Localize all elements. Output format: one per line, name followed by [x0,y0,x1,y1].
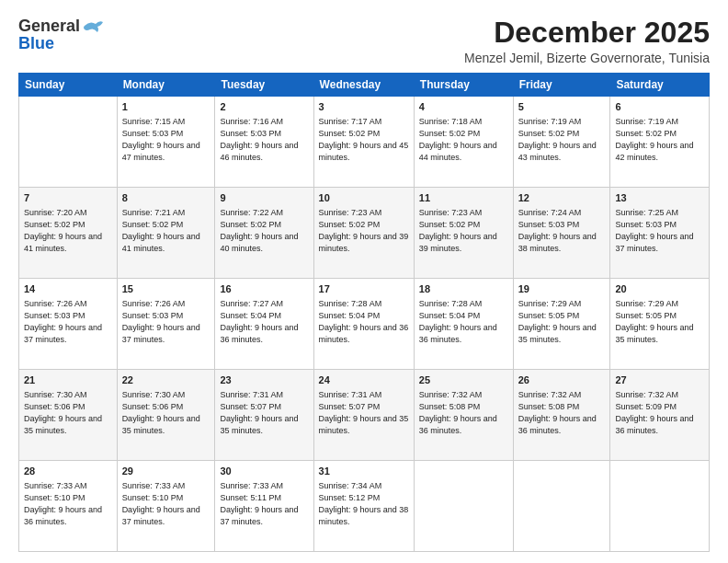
day-number: 13 [615,191,704,206]
sunrise-text: Sunrise: 7:28 AM [319,299,382,308]
sunset-text: Sunset: 5:04 PM [220,311,281,320]
daylight-text: Daylight: 9 hours and 43 minutes. [518,141,597,162]
day-number: 29 [122,465,210,479]
day-number: 21 [24,373,112,388]
sunrise-text: Sunrise: 7:27 AM [220,299,283,308]
day-number: 27 [615,373,704,388]
daylight-text: Daylight: 9 hours and 37 minutes. [220,505,298,526]
calendar-cell: 9Sunrise: 7:22 AMSunset: 5:02 PMDaylight… [215,188,313,279]
day-number: 30 [220,465,308,479]
sunrise-text: Sunrise: 7:19 AM [518,117,582,126]
day-number: 6 [615,100,704,115]
day-number: 4 [419,100,508,115]
daylight-text: Daylight: 9 hours and 35 minutes. [220,414,298,435]
day-number: 26 [518,373,606,388]
header: General Blue December 2025 Menzel Jemil,… [18,17,710,65]
calendar-cell: 31Sunrise: 7:34 AMSunset: 5:12 PMDayligh… [313,461,414,552]
logo-general-text: General [18,17,80,36]
day-number: 5 [518,100,606,115]
daylight-text: Daylight: 9 hours and 41 minutes. [122,232,200,253]
sunset-text: Sunset: 5:07 PM [319,402,381,411]
sunrise-text: Sunrise: 7:23 AM [319,208,382,217]
sunset-text: Sunset: 5:02 PM [419,129,481,138]
calendar-cell: 11Sunrise: 7:23 AMSunset: 5:02 PMDayligh… [414,188,513,279]
sunrise-text: Sunrise: 7:32 AM [518,390,582,399]
sunset-text: Sunset: 5:08 PM [518,402,580,411]
calendar-cell: 26Sunrise: 7:32 AMSunset: 5:08 PMDayligh… [513,370,610,461]
day-number: 7 [24,191,112,206]
sunset-text: Sunset: 5:09 PM [615,402,677,411]
sunset-text: Sunset: 5:12 PM [319,493,381,502]
calendar-cell [414,461,513,552]
calendar-cell: 20Sunrise: 7:29 AMSunset: 5:05 PMDayligh… [610,279,710,370]
day-number: 31 [319,465,409,479]
calendar-table: SundayMondayTuesdayWednesdayThursdayFrid… [18,73,710,552]
calendar-week-row: 7Sunrise: 7:20 AMSunset: 5:02 PMDaylight… [19,188,710,279]
sunset-text: Sunset: 5:03 PM [24,311,85,320]
day-of-week-header: Friday [513,74,610,97]
sunrise-text: Sunrise: 7:28 AM [419,299,483,308]
sunset-text: Sunset: 5:08 PM [419,402,481,411]
sunrise-text: Sunrise: 7:17 AM [319,117,382,126]
sunrise-text: Sunrise: 7:18 AM [419,117,483,126]
sunset-text: Sunset: 5:03 PM [518,220,580,229]
daylight-text: Daylight: 9 hours and 35 minutes. [319,414,409,435]
calendar-cell: 14Sunrise: 7:26 AMSunset: 5:03 PMDayligh… [19,279,118,370]
daylight-text: Daylight: 9 hours and 37 minutes. [615,232,693,253]
sunrise-text: Sunrise: 7:30 AM [24,390,87,399]
logo-blue-text: Blue [18,34,54,53]
location: Menzel Jemil, Bizerte Governorate, Tunis… [464,51,710,65]
calendar-cell: 25Sunrise: 7:32 AMSunset: 5:08 PMDayligh… [414,370,513,461]
day-number: 17 [319,282,409,297]
calendar-week-row: 21Sunrise: 7:30 AMSunset: 5:06 PMDayligh… [19,370,710,461]
sunset-text: Sunset: 5:02 PM [319,129,381,138]
sunrise-text: Sunrise: 7:31 AM [220,390,283,399]
sunset-text: Sunset: 5:05 PM [518,311,580,320]
sunrise-text: Sunrise: 7:29 AM [518,299,582,308]
day-number: 20 [615,282,704,297]
sunset-text: Sunset: 5:06 PM [122,402,184,411]
day-number: 28 [24,465,112,479]
sunrise-text: Sunrise: 7:19 AM [615,117,678,126]
day-number: 8 [122,191,210,206]
sunrise-text: Sunrise: 7:33 AM [220,481,283,490]
calendar-cell: 6Sunrise: 7:19 AMSunset: 5:02 PMDaylight… [610,97,710,188]
calendar-week-row: 28Sunrise: 7:33 AMSunset: 5:10 PMDayligh… [19,461,710,552]
sunrise-text: Sunrise: 7:15 AM [122,117,186,126]
calendar-cell: 2Sunrise: 7:16 AMSunset: 5:03 PMDaylight… [215,97,313,188]
sunrise-text: Sunrise: 7:32 AM [419,390,483,399]
day-of-week-header: Thursday [414,74,513,97]
calendar-cell: 15Sunrise: 7:26 AMSunset: 5:03 PMDayligh… [117,279,215,370]
daylight-text: Daylight: 9 hours and 36 minutes. [518,414,597,435]
sunset-text: Sunset: 5:03 PM [122,311,184,320]
daylight-text: Daylight: 9 hours and 36 minutes. [220,323,298,344]
calendar-cell: 22Sunrise: 7:30 AMSunset: 5:06 PMDayligh… [117,370,215,461]
daylight-text: Daylight: 9 hours and 41 minutes. [24,232,102,253]
calendar-cell: 27Sunrise: 7:32 AMSunset: 5:09 PMDayligh… [610,370,710,461]
daylight-text: Daylight: 9 hours and 40 minutes. [220,232,298,253]
calendar-cell: 4Sunrise: 7:18 AMSunset: 5:02 PMDaylight… [414,97,513,188]
sunset-text: Sunset: 5:02 PM [220,220,281,229]
day-number: 1 [122,100,210,115]
day-of-week-header: Wednesday [313,74,414,97]
sunset-text: Sunset: 5:02 PM [419,220,481,229]
sunset-text: Sunset: 5:07 PM [220,402,281,411]
day-number: 14 [24,282,112,297]
sunset-text: Sunset: 5:02 PM [319,220,381,229]
sunset-text: Sunset: 5:03 PM [615,220,677,229]
daylight-text: Daylight: 9 hours and 38 minutes. [319,505,409,526]
sunrise-text: Sunrise: 7:34 AM [319,481,382,490]
daylight-text: Daylight: 9 hours and 35 minutes. [615,323,693,344]
sunrise-text: Sunrise: 7:26 AM [24,299,87,308]
day-number: 22 [122,373,210,388]
calendar-cell: 24Sunrise: 7:31 AMSunset: 5:07 PMDayligh… [313,370,414,461]
day-number: 2 [220,100,308,115]
sunrise-text: Sunrise: 7:31 AM [319,390,382,399]
day-of-week-header: Monday [117,74,215,97]
calendar-cell: 23Sunrise: 7:31 AMSunset: 5:07 PMDayligh… [215,370,313,461]
day-number: 3 [319,100,409,115]
daylight-text: Daylight: 9 hours and 42 minutes. [615,141,693,162]
sunset-text: Sunset: 5:10 PM [24,493,85,502]
daylight-text: Daylight: 9 hours and 47 minutes. [122,141,200,162]
calendar-week-row: 14Sunrise: 7:26 AMSunset: 5:03 PMDayligh… [19,279,710,370]
